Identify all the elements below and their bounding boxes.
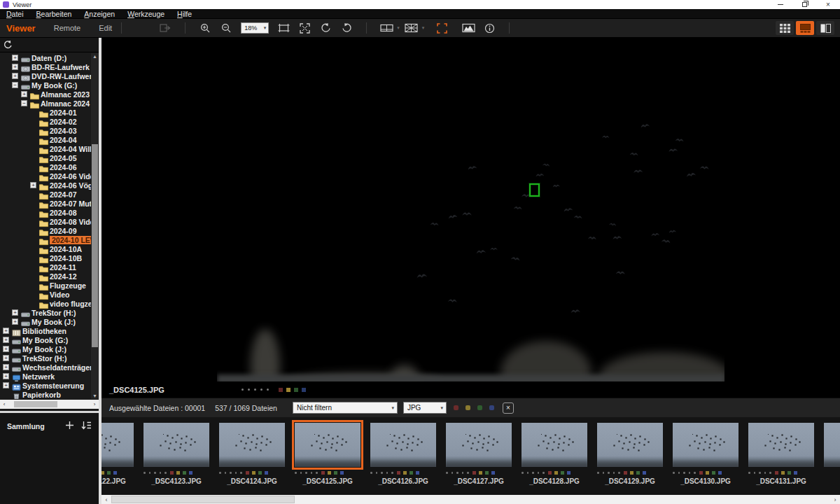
tree-item-flugzeuge[interactable]: Flugzeuge	[0, 281, 99, 290]
tree-vscroll-thumb[interactable]	[92, 144, 98, 347]
refresh-icon[interactable]	[3, 40, 13, 50]
rating-dot[interactable]	[154, 472, 156, 474]
color-label-square[interactable]	[170, 471, 174, 475]
tree-item-2024-06[interactable]: 2024-06	[0, 162, 99, 172]
tree-item-papierkorb[interactable]: Papierkorb	[0, 390, 99, 399]
tree-item-2024-02[interactable]: 2024-02	[0, 117, 99, 126]
rating-dot[interactable]	[532, 472, 534, 474]
rating-dot[interactable]	[759, 472, 761, 474]
color-label-square[interactable]	[113, 471, 117, 475]
thumbnail-dsc4129-jpg[interactable]: _DSC4129.JPG	[592, 417, 668, 495]
add-collection-button[interactable]	[65, 420, 74, 433]
thumbnail-partial[interactable]	[819, 417, 840, 495]
rating-dot[interactable]	[613, 472, 615, 474]
rating-dot[interactable]	[391, 472, 393, 474]
color-label-square[interactable]	[176, 471, 180, 475]
thumbnail-rating-row[interactable]	[522, 471, 587, 475]
color-label-square[interactable]	[252, 471, 255, 475]
color-label-square[interactable]	[294, 388, 298, 392]
tree-item-trekstor-h[interactable]: +TrekStor (H:)	[0, 308, 99, 317]
filter-color-dot[interactable]	[489, 405, 494, 410]
color-label-square[interactable]	[416, 471, 419, 475]
color-label-square[interactable]	[286, 388, 290, 392]
rating-dot[interactable]	[386, 472, 388, 474]
filter-color-dot[interactable]	[454, 405, 458, 410]
thumbnail-image[interactable]	[144, 423, 209, 467]
color-label-square[interactable]	[554, 471, 558, 475]
color-label-square[interactable]	[624, 471, 627, 475]
color-label-square[interactable]	[258, 471, 262, 475]
color-label-square[interactable]	[706, 471, 709, 475]
rating-dot[interactable]	[235, 472, 237, 474]
sort-collection-button[interactable]	[81, 420, 92, 433]
rating-dots[interactable]	[241, 388, 273, 391]
color-label-square[interactable]	[699, 471, 703, 475]
thumbnail-image[interactable]	[219, 423, 285, 467]
histogram-button[interactable]	[460, 21, 477, 36]
color-label-square[interactable]	[643, 471, 646, 475]
export-button[interactable]	[157, 21, 174, 36]
color-label-square[interactable]	[340, 471, 344, 475]
filmstrip-view-button[interactable]	[796, 21, 814, 35]
tree-item-my-book-g[interactable]: +My Book (G:)	[0, 335, 99, 344]
scroll-right-icon[interactable]: ›	[90, 401, 99, 407]
color-label-square[interactable]	[561, 471, 564, 475]
tab-edit[interactable]: Edit	[99, 24, 112, 32]
rating-dot[interactable]	[522, 472, 524, 474]
scroll-right-icon[interactable]: ›	[830, 496, 840, 503]
thumbnail-dsc4124-jpg[interactable]: _DSC4124.JPG	[214, 417, 290, 495]
tree-item-2024-08-video[interactable]: 2024-08 Video	[0, 217, 99, 226]
thumbnail-rating-row[interactable]	[597, 471, 663, 475]
tree-item-2024-06-vögel[interactable]: +2024-06 Vögel	[0, 181, 99, 190]
color-label-square[interactable]	[485, 471, 489, 475]
color-label-square[interactable]	[279, 388, 283, 392]
rating-dot[interactable]	[381, 472, 383, 474]
color-label-square[interactable]	[265, 471, 268, 475]
filmstrip-scrollbar[interactable]: ‹ ›	[102, 495, 840, 504]
color-label-square[interactable]	[183, 471, 186, 475]
rating-dot[interactable]	[267, 388, 269, 391]
rating-dot[interactable]	[225, 472, 227, 474]
tree-vertical-scrollbar[interactable]: ▲ ▼	[91, 53, 99, 399]
color-label-square[interactable]	[775, 471, 778, 475]
expand-icon[interactable]: +	[12, 318, 18, 325]
rating-dot[interactable]	[683, 472, 685, 474]
filmstrip-scroll-thumb[interactable]	[111, 496, 295, 503]
focus-point-button[interactable]	[433, 21, 450, 36]
thumbnail-image[interactable]	[597, 423, 663, 467]
tree-item-2024-04[interactable]: 2024-04	[0, 135, 99, 144]
thumbnail-dsc4128-jpg[interactable]: _DSC4128.JPG	[517, 417, 592, 495]
rating-dot[interactable]	[149, 472, 151, 474]
color-label-square[interactable]	[781, 471, 785, 475]
zoom-in-button[interactable]	[197, 21, 214, 36]
thumbnail-image[interactable]	[102, 423, 134, 467]
rating-dot[interactable]	[219, 472, 221, 474]
color-label-square[interactable]	[107, 471, 111, 475]
rating-dot[interactable]	[527, 472, 529, 474]
expand-icon[interactable]: +	[3, 364, 9, 370]
thumbnail-rating-row[interactable]	[102, 471, 134, 475]
scroll-down-icon[interactable]: ▼	[91, 393, 99, 398]
color-label-square[interactable]	[246, 471, 249, 475]
rotate-left-button[interactable]	[317, 21, 334, 36]
scroll-left-icon[interactable]: ‹	[0, 401, 8, 407]
tree-item-video[interactable]: Video	[0, 290, 99, 299]
scroll-left-icon[interactable]: ‹	[102, 496, 111, 503]
color-label-square[interactable]	[403, 471, 407, 475]
fill-screen-button[interactable]	[296, 21, 313, 36]
clear-filter-button[interactable]: ×	[503, 402, 514, 414]
thumbnail-rating-row[interactable]	[144, 471, 209, 475]
thumbnail-image[interactable]	[295, 423, 360, 467]
rating-dot[interactable]	[603, 472, 605, 474]
color-labels[interactable]	[279, 388, 309, 392]
thumbnail-rating-row[interactable]	[219, 471, 285, 475]
thumbnail-image[interactable]	[446, 423, 512, 467]
rating-dot[interactable]	[260, 388, 262, 391]
thumbnail-rating-row[interactable]	[370, 471, 436, 475]
thumbnail-dsc4122-jpg[interactable]: _DSC4122.JPG	[102, 417, 139, 495]
thumbnail-image[interactable]	[522, 423, 587, 467]
rating-dot[interactable]	[240, 472, 242, 474]
rating-dot[interactable]	[618, 472, 620, 474]
filter-color-dot[interactable]	[465, 405, 470, 410]
thumbnail-dsc4127-jpg[interactable]: _DSC4127.JPG	[441, 417, 517, 495]
